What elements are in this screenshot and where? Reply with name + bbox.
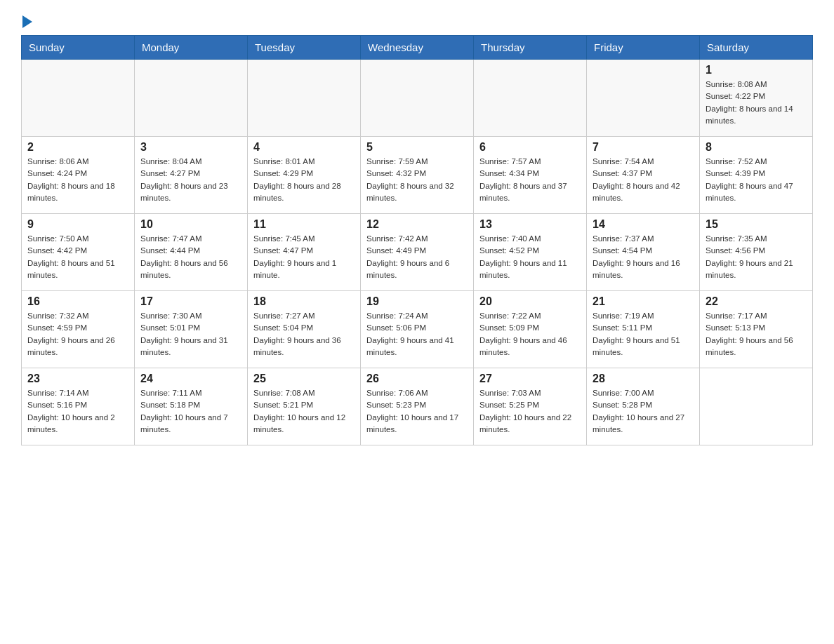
day-number: 21 bbox=[593, 295, 694, 308]
day-info: Sunrise: 8:01 AMSunset: 4:29 PMDaylight:… bbox=[253, 156, 355, 204]
calendar-cell: 12Sunrise: 7:42 AMSunset: 4:49 PMDayligh… bbox=[361, 214, 474, 291]
week-row-2: 2Sunrise: 8:06 AMSunset: 4:24 PMDaylight… bbox=[22, 137, 813, 214]
day-number: 23 bbox=[27, 373, 128, 385]
day-number: 19 bbox=[366, 295, 468, 308]
calendar-cell: 4Sunrise: 8:01 AMSunset: 4:29 PMDaylight… bbox=[248, 137, 361, 214]
calendar-cell: 14Sunrise: 7:37 AMSunset: 4:54 PMDayligh… bbox=[587, 214, 700, 291]
page-header bbox=[21, 14, 813, 28]
day-info: Sunrise: 7:03 AMSunset: 5:25 PMDaylight:… bbox=[479, 387, 581, 436]
day-number: 25 bbox=[253, 373, 355, 385]
day-number: 16 bbox=[27, 295, 128, 308]
day-info: Sunrise: 7:52 AMSunset: 4:39 PMDaylight:… bbox=[706, 156, 807, 204]
day-info: Sunrise: 7:40 AMSunset: 4:52 PMDaylight:… bbox=[479, 233, 581, 281]
day-number: 28 bbox=[593, 373, 694, 385]
day-info: Sunrise: 7:19 AMSunset: 5:11 PMDaylight:… bbox=[593, 310, 694, 358]
day-info: Sunrise: 7:32 AMSunset: 4:59 PMDaylight:… bbox=[27, 310, 128, 358]
day-info: Sunrise: 7:57 AMSunset: 4:34 PMDaylight:… bbox=[479, 156, 581, 204]
calendar-cell: 16Sunrise: 7:32 AMSunset: 4:59 PMDayligh… bbox=[22, 291, 135, 368]
day-number: 24 bbox=[140, 373, 241, 385]
calendar-cell: 19Sunrise: 7:24 AMSunset: 5:06 PMDayligh… bbox=[361, 291, 474, 368]
day-number: 13 bbox=[479, 218, 581, 231]
day-number: 2 bbox=[27, 141, 128, 154]
day-number: 12 bbox=[366, 218, 468, 231]
calendar-cell: 17Sunrise: 7:30 AMSunset: 5:01 PMDayligh… bbox=[135, 291, 248, 368]
logo bbox=[21, 14, 32, 28]
day-info: Sunrise: 8:04 AMSunset: 4:27 PMDaylight:… bbox=[140, 156, 241, 204]
calendar-cell: 8Sunrise: 7:52 AMSunset: 4:39 PMDaylight… bbox=[700, 137, 813, 214]
day-info: Sunrise: 7:27 AMSunset: 5:04 PMDaylight:… bbox=[253, 310, 355, 358]
calendar-cell bbox=[587, 60, 700, 137]
calendar-cell: 11Sunrise: 7:45 AMSunset: 4:47 PMDayligh… bbox=[248, 214, 361, 291]
calendar-cell: 25Sunrise: 7:08 AMSunset: 5:21 PMDayligh… bbox=[248, 368, 361, 445]
day-number: 11 bbox=[253, 218, 355, 231]
day-number: 18 bbox=[253, 295, 355, 308]
day-number: 17 bbox=[140, 295, 241, 308]
calendar-cell: 7Sunrise: 7:54 AMSunset: 4:37 PMDaylight… bbox=[587, 137, 700, 214]
day-number: 7 bbox=[593, 141, 694, 154]
day-info: Sunrise: 7:47 AMSunset: 4:44 PMDaylight:… bbox=[140, 233, 241, 281]
weekday-header-sunday: Sunday bbox=[22, 36, 135, 60]
day-info: Sunrise: 7:00 AMSunset: 5:28 PMDaylight:… bbox=[593, 387, 694, 436]
day-info: Sunrise: 7:37 AMSunset: 4:54 PMDaylight:… bbox=[593, 233, 694, 281]
calendar-cell: 5Sunrise: 7:59 AMSunset: 4:32 PMDaylight… bbox=[361, 137, 474, 214]
calendar-cell: 23Sunrise: 7:14 AMSunset: 5:16 PMDayligh… bbox=[22, 368, 135, 445]
calendar-cell: 9Sunrise: 7:50 AMSunset: 4:42 PMDaylight… bbox=[22, 214, 135, 291]
day-info: Sunrise: 7:11 AMSunset: 5:18 PMDaylight:… bbox=[140, 387, 241, 436]
calendar-cell bbox=[361, 60, 474, 137]
weekday-header-friday: Friday bbox=[587, 36, 700, 60]
day-number: 14 bbox=[593, 218, 694, 231]
day-info: Sunrise: 7:35 AMSunset: 4:56 PMDaylight:… bbox=[706, 233, 807, 281]
calendar-cell: 15Sunrise: 7:35 AMSunset: 4:56 PMDayligh… bbox=[700, 214, 813, 291]
week-row-1: 1Sunrise: 8:08 AMSunset: 4:22 PMDaylight… bbox=[22, 60, 813, 137]
day-number: 5 bbox=[366, 141, 468, 154]
day-info: Sunrise: 8:06 AMSunset: 4:24 PMDaylight:… bbox=[27, 156, 128, 204]
calendar-cell: 1Sunrise: 8:08 AMSunset: 4:22 PMDaylight… bbox=[700, 60, 813, 137]
day-number: 26 bbox=[366, 373, 468, 385]
day-info: Sunrise: 7:14 AMSunset: 5:16 PMDaylight:… bbox=[27, 387, 128, 436]
day-info: Sunrise: 7:50 AMSunset: 4:42 PMDaylight:… bbox=[27, 233, 128, 281]
calendar-cell: 22Sunrise: 7:17 AMSunset: 5:13 PMDayligh… bbox=[700, 291, 813, 368]
calendar-cell bbox=[22, 60, 135, 137]
day-info: Sunrise: 7:30 AMSunset: 5:01 PMDaylight:… bbox=[140, 310, 241, 358]
day-info: Sunrise: 7:24 AMSunset: 5:06 PMDaylight:… bbox=[366, 310, 468, 358]
day-info: Sunrise: 7:54 AMSunset: 4:37 PMDaylight:… bbox=[593, 156, 694, 204]
calendar-cell: 3Sunrise: 8:04 AMSunset: 4:27 PMDaylight… bbox=[135, 137, 248, 214]
calendar-cell: 28Sunrise: 7:00 AMSunset: 5:28 PMDayligh… bbox=[587, 368, 700, 445]
day-info: Sunrise: 7:45 AMSunset: 4:47 PMDaylight:… bbox=[253, 233, 355, 281]
weekday-header-thursday: Thursday bbox=[474, 36, 587, 60]
calendar-cell: 10Sunrise: 7:47 AMSunset: 4:44 PMDayligh… bbox=[135, 214, 248, 291]
calendar-cell bbox=[474, 60, 587, 137]
week-row-4: 16Sunrise: 7:32 AMSunset: 4:59 PMDayligh… bbox=[22, 291, 813, 368]
calendar-cell: 27Sunrise: 7:03 AMSunset: 5:25 PMDayligh… bbox=[474, 368, 587, 445]
day-info: Sunrise: 7:08 AMSunset: 5:21 PMDaylight:… bbox=[253, 387, 355, 436]
weekday-header-monday: Monday bbox=[135, 36, 248, 60]
calendar-cell bbox=[135, 60, 248, 137]
day-info: Sunrise: 7:06 AMSunset: 5:23 PMDaylight:… bbox=[366, 387, 468, 436]
day-info: Sunrise: 7:17 AMSunset: 5:13 PMDaylight:… bbox=[706, 310, 807, 358]
day-number: 4 bbox=[253, 141, 355, 154]
weekday-header-row: SundayMondayTuesdayWednesdayThursdayFrid… bbox=[22, 36, 813, 60]
calendar-cell: 13Sunrise: 7:40 AMSunset: 4:52 PMDayligh… bbox=[474, 214, 587, 291]
day-info: Sunrise: 7:59 AMSunset: 4:32 PMDaylight:… bbox=[366, 156, 468, 204]
weekday-header-wednesday: Wednesday bbox=[361, 36, 474, 60]
calendar-cell: 24Sunrise: 7:11 AMSunset: 5:18 PMDayligh… bbox=[135, 368, 248, 445]
weekday-header-saturday: Saturday bbox=[700, 36, 813, 60]
day-number: 27 bbox=[479, 373, 581, 385]
day-number: 1 bbox=[706, 64, 807, 76]
calendar-cell: 6Sunrise: 7:57 AMSunset: 4:34 PMDaylight… bbox=[474, 137, 587, 214]
calendar-cell bbox=[248, 60, 361, 137]
day-number: 20 bbox=[479, 295, 581, 308]
day-number: 22 bbox=[706, 295, 807, 308]
day-number: 15 bbox=[706, 218, 807, 231]
logo-arrow-icon bbox=[22, 15, 32, 28]
calendar-cell: 18Sunrise: 7:27 AMSunset: 5:04 PMDayligh… bbox=[248, 291, 361, 368]
day-number: 10 bbox=[140, 218, 241, 231]
day-info: Sunrise: 8:08 AMSunset: 4:22 PMDaylight:… bbox=[706, 79, 807, 127]
calendar-cell bbox=[700, 368, 813, 445]
day-info: Sunrise: 7:42 AMSunset: 4:49 PMDaylight:… bbox=[366, 233, 468, 281]
week-row-5: 23Sunrise: 7:14 AMSunset: 5:16 PMDayligh… bbox=[22, 368, 813, 445]
day-info: Sunrise: 7:22 AMSunset: 5:09 PMDaylight:… bbox=[479, 310, 581, 358]
week-row-3: 9Sunrise: 7:50 AMSunset: 4:42 PMDaylight… bbox=[22, 214, 813, 291]
calendar-cell: 2Sunrise: 8:06 AMSunset: 4:24 PMDaylight… bbox=[22, 137, 135, 214]
day-number: 8 bbox=[706, 141, 807, 154]
